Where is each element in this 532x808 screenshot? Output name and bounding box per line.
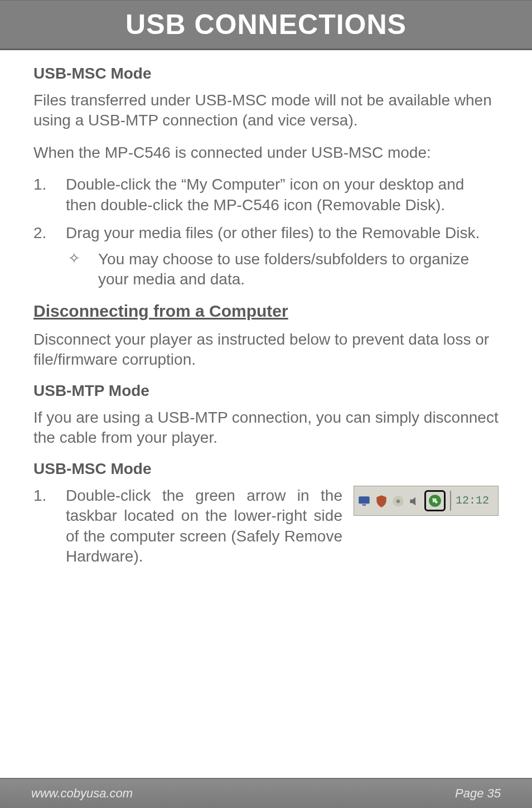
header-band: USB CONNECTIONS — [0, 0, 532, 50]
tray-shield-icon — [374, 493, 389, 508]
list-item: 1. Double-click the green arrow in the t… — [33, 486, 499, 567]
sub-list: ✧ You may choose to use folders/subfolde… — [66, 249, 499, 290]
list-item: 1. Double-click the “My Computer” icon o… — [33, 175, 499, 215]
system-tray: 12:12 — [354, 486, 499, 516]
tray-monitor-icon — [357, 493, 372, 508]
svg-point-3 — [396, 500, 400, 504]
tray-speaker-icon — [408, 493, 422, 508]
paragraph: When the MP-C546 is connected under USB-… — [33, 143, 499, 163]
taskbar-illustration: 12:12 — [354, 486, 499, 567]
ordered-list: 1. Double-click the “My Computer” icon o… — [33, 175, 499, 289]
tray-clock: 12:12 — [456, 493, 489, 508]
sub-list-text: You may choose to use folders/subfolders… — [98, 249, 499, 290]
heading-usb-msc-mode-2: USB-MSC Mode — [33, 460, 499, 478]
tray-divider — [450, 491, 451, 511]
footer-page-number: Page 35 — [455, 786, 501, 801]
list-text: Double-click the green arrow in the task… — [66, 486, 342, 567]
content: USB-MSC Mode Files transferred under USB… — [0, 50, 532, 778]
list-number: 1. — [33, 175, 66, 215]
list-text: Drag your media files (or other files) t… — [66, 223, 499, 289]
page-title: USB CONNECTIONS — [125, 8, 407, 41]
footer: www.cobyusa.com Page 35 — [0, 778, 532, 808]
paragraph: If you are using a USB-MTP connection, y… — [33, 408, 499, 448]
heading-usb-mtp-mode: USB-MTP Mode — [33, 382, 499, 400]
list-text-inner: Drag your media files (or other files) t… — [66, 224, 480, 241]
safely-remove-hardware-icon — [424, 490, 446, 511]
paragraph: Files transferred under USB-MSC mode wil… — [33, 90, 499, 130]
list-number: 2. — [33, 223, 66, 289]
svg-rect-1 — [362, 504, 366, 505]
sub-list-item: ✧ You may choose to use folders/subfolde… — [66, 249, 499, 290]
diamond-bullet-icon: ✧ — [66, 249, 98, 290]
tray-disc-icon — [391, 493, 405, 508]
svg-rect-0 — [359, 496, 370, 504]
paragraph: Disconnect your player as instructed bel… — [33, 330, 499, 370]
list-number: 1. — [33, 486, 66, 567]
ordered-list: 1. Double-click the green arrow in the t… — [33, 486, 499, 567]
footer-url: www.cobyusa.com — [31, 786, 133, 801]
heading-usb-msc-mode: USB-MSC Mode — [33, 65, 499, 83]
heading-disconnecting: Disconnecting from a Computer — [33, 302, 499, 321]
page: USB CONNECTIONS USB-MSC Mode Files trans… — [0, 0, 532, 808]
list-item: 2. Drag your media files (or other files… — [33, 223, 499, 289]
list-text: Double-click the “My Computer” icon on y… — [66, 175, 499, 215]
list-body-with-image: Double-click the green arrow in the task… — [66, 486, 499, 567]
